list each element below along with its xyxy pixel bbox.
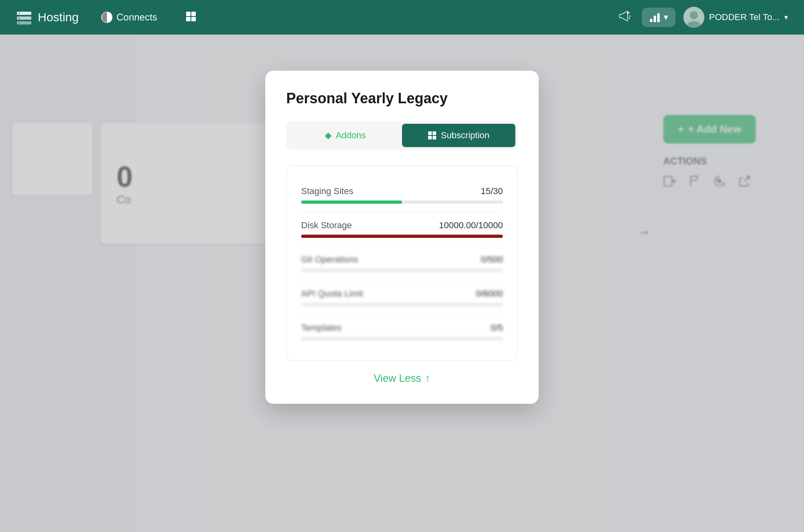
svg-rect-9 bbox=[191, 17, 196, 21]
svg-rect-6 bbox=[186, 12, 191, 16]
staging-sites-progress-bg bbox=[301, 201, 503, 204]
resources-section: Staging Sites 15/30 Disk Storage 10000.0… bbox=[286, 166, 518, 361]
svg-line-13 bbox=[629, 18, 630, 19]
disk-storage-row: Disk Storage 10000.00/10000 bbox=[301, 212, 503, 246]
api-quota-header: API Quota Limit 0/6000 bbox=[301, 289, 503, 299]
stats-icon bbox=[649, 12, 660, 23]
staging-sites-value: 15/30 bbox=[481, 186, 503, 196]
svg-point-11 bbox=[627, 12, 630, 14]
tab-row: ◆ Addons Subscription bbox=[286, 121, 518, 149]
disk-storage-label: Disk Storage bbox=[301, 220, 352, 231]
disk-storage-progress-fill bbox=[301, 235, 503, 238]
svg-point-18 bbox=[690, 11, 698, 19]
subscription-tab[interactable]: Subscription bbox=[402, 124, 515, 147]
templates-progress-bg bbox=[301, 337, 503, 340]
apps-nav-item[interactable]: + bbox=[180, 8, 204, 26]
subscription-tab-label: Subscription bbox=[441, 130, 489, 141]
templates-value: 0/5 bbox=[490, 323, 503, 333]
view-less-icon: ↑ bbox=[425, 372, 431, 385]
templates-label: Templates bbox=[301, 323, 341, 333]
svg-rect-25 bbox=[433, 136, 436, 139]
templates-row: Templates 0/5 bbox=[301, 315, 503, 348]
nav-right: ▾ PODDER Tel To... ▾ bbox=[613, 6, 788, 29]
svg-rect-8 bbox=[186, 17, 191, 21]
view-less-button[interactable]: View Less ↑ bbox=[286, 361, 518, 388]
api-quota-label: API Quota Limit bbox=[301, 289, 363, 299]
hosting-icon bbox=[16, 9, 32, 25]
notifications-button[interactable] bbox=[613, 6, 634, 29]
git-operations-progress-bg bbox=[301, 269, 503, 272]
brand-text: Hosting bbox=[38, 10, 79, 24]
navbar: Hosting Connects + bbox=[0, 0, 804, 35]
api-quota-value: 0/6000 bbox=[476, 289, 503, 299]
addons-tab-label: Addons bbox=[336, 130, 366, 141]
svg-rect-23 bbox=[433, 131, 436, 135]
git-operations-row: Git Operations 0/500 bbox=[301, 246, 503, 280]
stats-button[interactable]: ▾ bbox=[642, 8, 675, 27]
connects-label: Connects bbox=[117, 12, 157, 23]
user-avatar bbox=[683, 7, 704, 28]
subscription-tab-icon bbox=[428, 131, 437, 140]
main-content: 0 Co + + Add New ACTIONS bbox=[0, 35, 804, 532]
apps-icon: + bbox=[186, 12, 197, 23]
svg-text:+: + bbox=[193, 12, 196, 16]
megaphone-icon bbox=[616, 9, 631, 23]
user-name-text: PODDER Tel To... bbox=[709, 12, 779, 23]
svg-rect-16 bbox=[657, 13, 660, 22]
staging-sites-label: Staging Sites bbox=[301, 186, 353, 196]
templates-header: Templates 0/5 bbox=[301, 323, 503, 333]
user-dropdown-arrow: ▾ bbox=[784, 13, 788, 22]
svg-rect-15 bbox=[654, 16, 656, 22]
svg-point-5 bbox=[18, 22, 20, 24]
dropdown-arrow: ▾ bbox=[664, 12, 668, 23]
addons-tab[interactable]: ◆ Addons bbox=[289, 124, 402, 147]
connects-icon bbox=[101, 12, 113, 23]
staging-sites-progress-fill bbox=[301, 201, 402, 204]
git-operations-header: Git Operations 0/500 bbox=[301, 254, 503, 265]
git-operations-label: Git Operations bbox=[301, 254, 358, 265]
disk-storage-value: 10000.00/10000 bbox=[439, 220, 503, 231]
svg-rect-22 bbox=[428, 131, 432, 135]
svg-rect-14 bbox=[650, 19, 652, 22]
svg-rect-24 bbox=[428, 136, 432, 139]
addons-tab-icon: ◆ bbox=[325, 130, 332, 141]
modal-title: Personal Yearly Legacy bbox=[286, 90, 518, 107]
nav-brand[interactable]: Hosting bbox=[16, 9, 79, 25]
svg-point-3 bbox=[18, 12, 20, 14]
view-less-label: View Less bbox=[373, 372, 421, 385]
subscription-modal: Personal Yearly Legacy ◆ Addons Subscrip… bbox=[265, 71, 539, 404]
disk-storage-progress-bg bbox=[301, 235, 503, 238]
disk-storage-header: Disk Storage 10000.00/10000 bbox=[301, 220, 503, 231]
svg-point-4 bbox=[18, 17, 20, 19]
api-quota-progress-bg bbox=[301, 303, 503, 306]
git-operations-value: 0/500 bbox=[481, 254, 503, 265]
api-quota-row: API Quota Limit 0/6000 bbox=[301, 280, 503, 315]
staging-sites-row: Staging Sites 15/30 bbox=[301, 178, 503, 212]
staging-sites-header: Staging Sites 15/30 bbox=[301, 186, 503, 196]
connects-nav-item[interactable]: Connects bbox=[95, 8, 164, 26]
user-menu[interactable]: PODDER Tel To... ▾ bbox=[683, 7, 788, 28]
